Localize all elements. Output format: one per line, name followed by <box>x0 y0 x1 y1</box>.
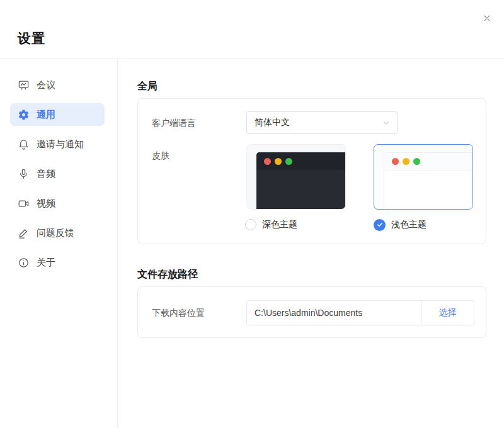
traffic-dot-yellow <box>275 158 282 165</box>
language-label: 客户端语言 <box>152 111 196 134</box>
sidebar-item-label: 会议 <box>37 79 55 91</box>
storage-settings-card: 下载内容位置 C:\Users\admin\Documents 选择 <box>137 286 486 338</box>
bell-icon <box>18 138 30 150</box>
page-title: 设置 <box>18 30 45 47</box>
dark-theme-radio-label: 深色主题 <box>262 219 297 230</box>
sidebar-item-meeting[interactable]: 会议 <box>10 74 105 96</box>
microphone-icon <box>18 168 30 180</box>
light-theme-radio[interactable]: 浅色主题 <box>374 218 427 231</box>
pencil-icon <box>18 227 30 239</box>
sidebar-item-notifications[interactable]: 邀请与通知 <box>10 133 105 155</box>
dark-theme-window-titlebar <box>256 152 346 170</box>
sidebar-item-label: 音频 <box>37 168 55 180</box>
language-selected-value: 简体中文 <box>255 117 382 128</box>
settings-dialog: 设置 会议 通用 邀请与通知 音频 <box>0 0 504 428</box>
sidebar-item-label: 问题反馈 <box>37 227 74 239</box>
choose-path-button[interactable]: 选择 <box>421 301 474 325</box>
video-camera-icon <box>18 198 30 210</box>
close-icon[interactable] <box>479 11 495 26</box>
radio-checked-icon <box>374 219 386 231</box>
section-title-storage: 文件存放路径 <box>137 268 198 281</box>
language-select[interactable]: 简体中文 <box>246 111 398 134</box>
skin-label: 皮肤 <box>152 150 169 162</box>
dark-theme-preview[interactable] <box>246 144 346 210</box>
download-location-label: 下载内容位置 <box>152 287 205 339</box>
traffic-dot-yellow <box>403 158 410 165</box>
sidebar-item-label: 视频 <box>37 198 55 210</box>
sidebar-item-audio[interactable]: 音频 <box>10 162 105 185</box>
download-path-group: C:\Users\admin\Documents 选择 <box>246 300 474 325</box>
sidebar-item-video[interactable]: 视频 <box>10 192 105 215</box>
traffic-dot-green <box>285 158 292 165</box>
section-title-global: 全局 <box>137 80 158 93</box>
info-icon <box>18 257 30 269</box>
radio-unchecked-icon <box>245 219 256 230</box>
sidebar-item-label: 关于 <box>37 257 55 269</box>
dark-theme-radio[interactable]: 深色主题 <box>245 218 297 231</box>
light-theme-radio-label: 浅色主题 <box>391 219 427 230</box>
light-theme-window-mockup <box>384 152 473 210</box>
meeting-board-icon <box>18 79 30 91</box>
sidebar-item-about[interactable]: 关于 <box>10 251 105 274</box>
traffic-dot-red <box>264 158 271 165</box>
download-path-field[interactable]: C:\Users\admin\Documents <box>247 301 421 325</box>
chevron-down-icon <box>382 118 391 127</box>
sidebar-item-label: 通用 <box>37 109 55 121</box>
sidebar-item-label: 邀请与通知 <box>37 138 84 150</box>
light-theme-preview[interactable] <box>374 144 473 210</box>
traffic-dot-red <box>392 158 399 165</box>
dark-theme-window-mockup <box>256 152 346 210</box>
global-settings-card: 客户端语言 简体中文 皮肤 <box>137 98 486 244</box>
light-theme-window-titlebar <box>384 153 473 171</box>
traffic-dot-green <box>413 158 420 165</box>
gear-icon <box>18 109 30 121</box>
sidebar: 会议 通用 邀请与通知 音频 视频 <box>0 59 118 428</box>
sidebar-item-feedback[interactable]: 问题反馈 <box>10 222 105 244</box>
sidebar-item-general[interactable]: 通用 <box>10 103 105 126</box>
